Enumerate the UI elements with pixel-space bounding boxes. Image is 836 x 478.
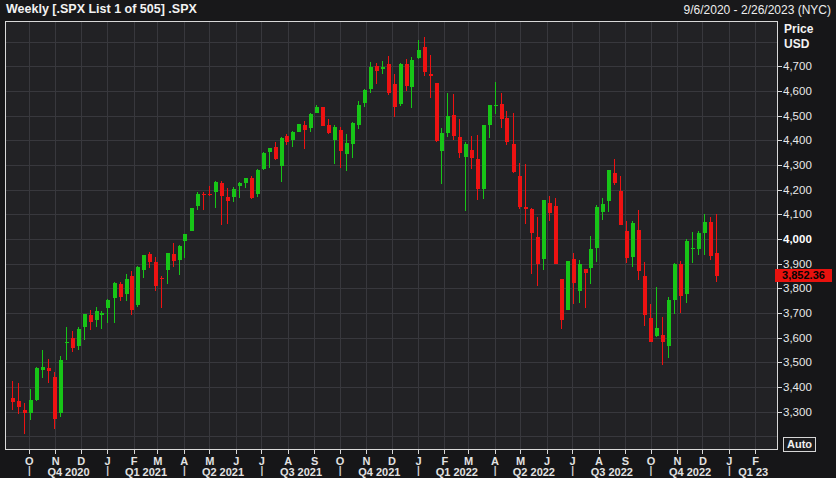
candle-body: [685, 241, 689, 294]
candle-body: [601, 204, 605, 212]
quarter-label: Q3 2021: [266, 466, 336, 478]
candle-body: [321, 107, 325, 126]
quarter-separator: |: [647, 465, 655, 477]
candle-body: [244, 178, 248, 182]
candle-body: [405, 64, 409, 86]
candle-body: [83, 314, 87, 327]
candle-body: [113, 283, 117, 298]
candle-body: [429, 74, 433, 76]
candle-body: [715, 253, 719, 275]
candle-body: [548, 203, 552, 213]
candle-body: [649, 318, 653, 342]
candle-body: [148, 254, 152, 262]
candle-body: [399, 64, 403, 104]
candle-body: [410, 60, 414, 87]
price-tick-label: 4,200: [783, 184, 833, 197]
candle-body: [285, 136, 289, 141]
candle-body: [446, 116, 450, 133]
candle-body: [679, 264, 683, 296]
quarter-separator: |: [336, 465, 344, 477]
candle-body: [584, 269, 588, 273]
candle-body: [53, 377, 57, 419]
quarter-separator: |: [569, 465, 577, 477]
chart-window: Weekly [.SPX List 1 of 505] .SPX 9/6/202…: [0, 0, 836, 478]
candle-body: [578, 264, 582, 290]
candle-body: [357, 105, 361, 125]
candle-body: [691, 248, 695, 249]
candle-body: [183, 234, 187, 241]
candle-body: [637, 230, 641, 271]
candle-body: [136, 267, 140, 305]
quarter-separator: |: [258, 465, 266, 477]
candle-body: [703, 222, 707, 233]
candle-body: [274, 147, 278, 159]
candle-body: [643, 276, 647, 315]
candle-body: [505, 118, 509, 143]
candle-body: [172, 254, 176, 261]
candle-body: [89, 315, 93, 323]
candle-body: [697, 233, 701, 249]
candle-body: [11, 398, 15, 402]
candle-body: [29, 400, 33, 413]
price-tick-label: 4,500: [783, 110, 833, 123]
candle-body: [327, 125, 331, 132]
candle-body: [41, 367, 45, 371]
candle-body: [268, 148, 272, 152]
candle-body: [631, 223, 635, 257]
quarter-label: Q2 2021: [188, 466, 258, 478]
candle-body: [512, 144, 516, 172]
candle-body: [309, 114, 313, 128]
candle-body: [363, 90, 367, 103]
candle-body: [226, 197, 230, 201]
candle-body: [470, 150, 474, 159]
quarter-label: Q4 2021: [344, 466, 414, 478]
candle-body: [655, 328, 659, 336]
candle-body: [291, 132, 295, 141]
candle-body: [262, 153, 266, 170]
last-price-badge: 3,852.36: [775, 269, 832, 282]
quarter-label: Q1 2021: [111, 466, 181, 478]
candle-body: [178, 246, 182, 260]
candle-body: [333, 127, 337, 140]
candle-body: [232, 189, 236, 197]
candle-body: [77, 329, 81, 347]
candle-body: [625, 231, 629, 258]
candle-body: [423, 47, 427, 72]
price-tick-label: 4,100: [783, 208, 833, 221]
price-tick-label: 4,400: [783, 134, 833, 147]
candle-body: [536, 237, 540, 263]
candle-body: [673, 264, 677, 300]
candle-body: [452, 115, 456, 136]
candle-body: [297, 124, 301, 132]
candle-body: [417, 50, 421, 58]
candle-body: [130, 276, 134, 310]
chart-canvas[interactable]: [0, 0, 836, 478]
candle-body: [71, 338, 75, 348]
candle-body: [35, 368, 39, 400]
price-tick-label: 3,400: [783, 381, 833, 394]
candle-body: [250, 178, 254, 198]
candle-body: [595, 207, 599, 248]
candle-body: [482, 125, 486, 189]
price-tick-label: 4,600: [783, 85, 833, 98]
quarter-label: Q3 2022: [577, 466, 647, 478]
candle-body: [488, 105, 492, 125]
price-tick-label: 3,700: [783, 307, 833, 320]
candle-body: [59, 360, 63, 413]
candle-body: [351, 123, 355, 144]
candle-body: [476, 159, 480, 189]
candle-body: [190, 208, 194, 231]
candle-body: [709, 222, 713, 255]
candle-body: [572, 259, 576, 282]
quarter-label: Q2 2022: [499, 466, 569, 478]
auto-scale-button[interactable]: Auto: [783, 437, 816, 452]
candle-body: [125, 279, 129, 295]
candle-body: [47, 368, 51, 371]
price-axis-unit: USD: [784, 37, 813, 52]
candle-body: [119, 284, 123, 297]
candle-body: [280, 138, 284, 167]
candle-body: [315, 107, 319, 112]
quarter-label: Q1 23: [718, 466, 788, 478]
candle-body: [369, 67, 373, 89]
candle-body: [166, 253, 170, 270]
